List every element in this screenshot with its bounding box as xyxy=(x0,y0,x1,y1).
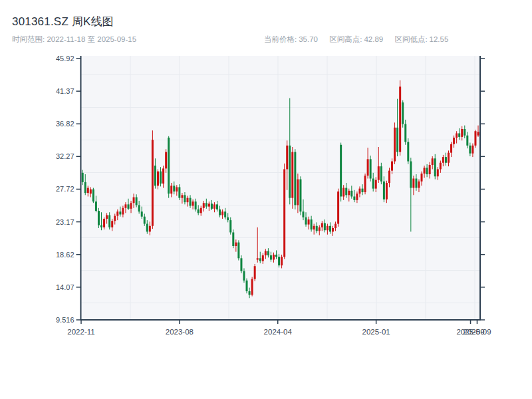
y-axis-label: 14.07 xyxy=(56,283,74,291)
y-axis-label: 27.72 xyxy=(56,185,74,193)
x-axis-label: 2022-11 xyxy=(67,328,94,336)
y-axis-label: 36.82 xyxy=(56,120,74,128)
candle xyxy=(474,130,476,148)
candle xyxy=(364,174,366,194)
candle xyxy=(294,149,296,209)
candle xyxy=(283,164,285,259)
candle xyxy=(92,188,94,203)
candle xyxy=(370,156,372,182)
x-axis-label: 2023-08 xyxy=(166,328,194,336)
candle xyxy=(299,176,301,215)
candle xyxy=(402,100,404,128)
candle xyxy=(168,136,170,198)
candle xyxy=(251,277,253,296)
candle xyxy=(98,208,100,228)
x-axis-label: 2025-09 xyxy=(463,328,491,336)
y-axis-label: 32.27 xyxy=(56,152,74,160)
y-axis-label: 9.516 xyxy=(56,316,74,324)
x-axis-label: 2025-01 xyxy=(362,328,390,336)
candle xyxy=(340,143,342,202)
candle xyxy=(237,240,239,260)
y-axis-label: 23.17 xyxy=(56,218,74,226)
candle xyxy=(337,189,339,227)
candle xyxy=(394,122,396,164)
kline-chart: 45.9241.3736.8232.2727.7223.1718.6214.07… xyxy=(0,0,532,399)
candle xyxy=(152,130,154,229)
y-axis-label: 45.92 xyxy=(56,55,74,63)
y-axis-label: 41.37 xyxy=(56,87,74,95)
candle xyxy=(399,80,401,156)
y-axis-label: 18.62 xyxy=(56,251,74,259)
kline-page: 301361.SZ 周K线图 时间范围: 2022-11-18 至 2025-0… xyxy=(0,0,532,399)
candle xyxy=(254,264,256,281)
x-axis-label: 2024-04 xyxy=(264,328,293,336)
candle xyxy=(407,138,409,164)
candle xyxy=(246,279,248,294)
